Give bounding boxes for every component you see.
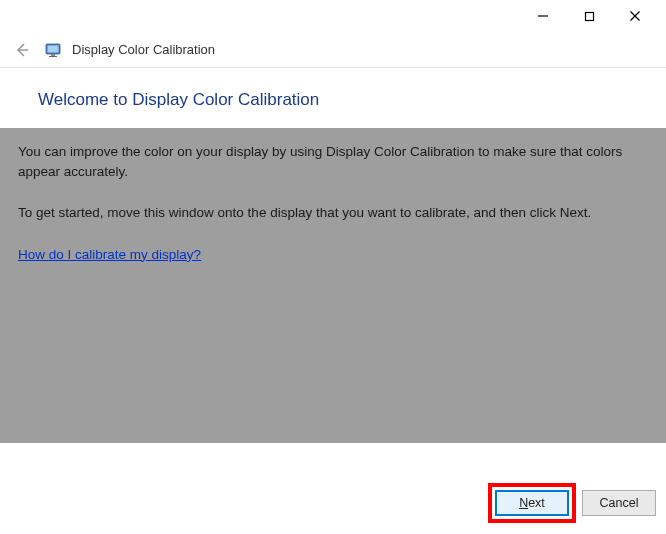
window-title: Display Color Calibration: [72, 42, 215, 57]
next-button-mnemonic: N: [519, 496, 528, 510]
maximize-button[interactable]: [566, 1, 612, 31]
cancel-button[interactable]: Cancel: [582, 490, 656, 516]
svg-rect-8: [49, 56, 57, 57]
dialog-footer: Next Cancel: [0, 472, 666, 534]
content-area: You can improve the color on your displa…: [0, 128, 666, 443]
next-button-rest: ext: [528, 496, 545, 510]
intro-paragraph-2: To get started, move this window onto th…: [18, 203, 648, 223]
navigation-header: Display Color Calibration: [0, 32, 666, 68]
intro-paragraph-1: You can improve the color on your displa…: [18, 142, 648, 181]
svg-rect-7: [51, 54, 55, 56]
back-arrow-icon: [13, 41, 31, 59]
heading-section: Welcome to Display Color Calibration: [0, 68, 666, 128]
next-button[interactable]: Next: [495, 490, 569, 516]
close-icon: [629, 10, 641, 22]
maximize-icon: [584, 11, 595, 22]
help-link[interactable]: How do I calibrate my display?: [18, 247, 201, 262]
svg-rect-1: [585, 12, 593, 20]
minimize-icon: [537, 10, 549, 22]
display-calibration-icon: [44, 41, 62, 59]
page-heading: Welcome to Display Color Calibration: [38, 90, 628, 110]
back-button[interactable]: [10, 38, 34, 62]
title-bar: [0, 0, 666, 32]
close-button[interactable]: [612, 1, 658, 31]
highlight-box: Next: [488, 483, 576, 523]
svg-rect-6: [48, 45, 59, 52]
minimize-button[interactable]: [520, 1, 566, 31]
